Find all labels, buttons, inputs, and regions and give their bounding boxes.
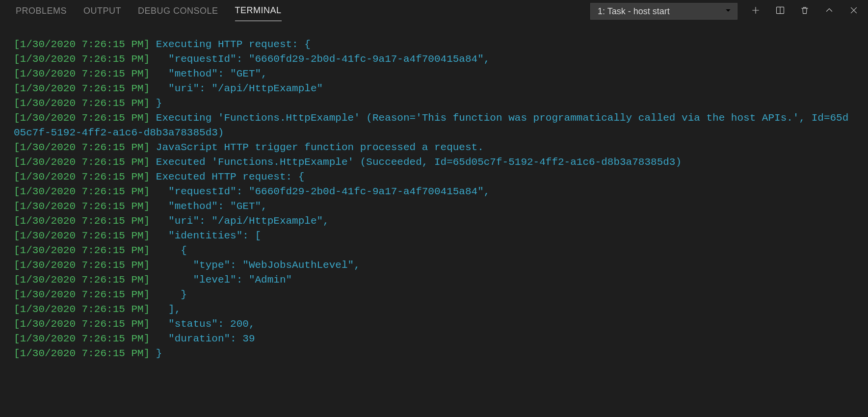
terminal-line: [1/30/2020 7:26:15 PM] Executed HTTP req… (14, 170, 854, 184)
terminal-line: [1/30/2020 7:26:15 PM] "duration": 39 (14, 332, 854, 346)
tab-output[interactable]: OUTPUT (83, 2, 121, 21)
terminal-line: [1/30/2020 7:26:15 PM] "uri": "/api/Http… (14, 81, 854, 96)
terminal-line: [1/30/2020 7:26:15 PM] Executing HTTP re… (14, 37, 854, 52)
terminal-output[interactable]: [1/30/2020 7:26:15 PM] Executing HTTP re… (0, 23, 868, 417)
terminal-line: [1/30/2020 7:26:15 PM] } (14, 287, 854, 302)
tab-terminal[interactable]: TERMINAL (235, 1, 282, 21)
close-panel-button[interactable] (848, 6, 859, 17)
chevron-up-icon (824, 5, 834, 18)
terminal-line: [1/30/2020 7:26:15 PM] "requestId": "666… (14, 184, 854, 199)
panel-tabbar: PROBLEMS OUTPUT DEBUG CONSOLE TERMINAL 1… (0, 0, 868, 23)
terminal-actions (750, 6, 859, 17)
terminal-line: [1/30/2020 7:26:15 PM] "status": 200, (14, 317, 854, 332)
terminal-line: [1/30/2020 7:26:15 PM] { (14, 243, 854, 258)
terminal-line: [1/30/2020 7:26:15 PM] } (14, 96, 854, 111)
panel-tabs: PROBLEMS OUTPUT DEBUG CONSOLE TERMINAL (16, 1, 282, 21)
terminal-line: [1/30/2020 7:26:15 PM] "identities": [ (14, 229, 854, 243)
terminal-line: [1/30/2020 7:26:15 PM] "level": "Admin" (14, 273, 854, 287)
panel-container: PROBLEMS OUTPUT DEBUG CONSOLE TERMINAL 1… (0, 0, 868, 417)
plus-icon (751, 5, 761, 18)
close-icon (849, 5, 859, 18)
terminal-line: [1/30/2020 7:26:15 PM] "uri": "/api/Http… (14, 214, 854, 229)
chevron-down-icon (724, 6, 732, 17)
tab-problems[interactable]: PROBLEMS (16, 2, 67, 21)
trash-icon (800, 5, 810, 18)
tab-debug-console[interactable]: DEBUG CONSOLE (138, 2, 218, 21)
maximize-panel-button[interactable] (824, 6, 835, 17)
terminal-line: [1/30/2020 7:26:15 PM] "requestId": "666… (14, 52, 854, 67)
terminal-line: [1/30/2020 7:26:15 PM] Executing 'Functi… (14, 111, 854, 140)
split-terminal-button[interactable] (775, 6, 786, 17)
terminal-line: [1/30/2020 7:26:15 PM] } (14, 346, 854, 361)
terminal-line: [1/30/2020 7:26:15 PM] "method": "GET", (14, 67, 854, 81)
split-panel-icon (775, 5, 785, 18)
terminal-line: [1/30/2020 7:26:15 PM] Executed 'Functio… (14, 155, 854, 170)
terminal-line: [1/30/2020 7:26:15 PM] ], (14, 302, 854, 317)
terminal-line: [1/30/2020 7:26:15 PM] "method": "GET", (14, 199, 854, 214)
terminal-line: [1/30/2020 7:26:15 PM] JavaScript HTTP t… (14, 140, 854, 155)
new-terminal-button[interactable] (750, 6, 761, 17)
terminal-selector-label: 1: Task - host start (598, 6, 670, 17)
terminal-selector[interactable]: 1: Task - host start (590, 3, 737, 20)
terminal-line: [1/30/2020 7:26:15 PM] "type": "WebJobsA… (14, 258, 854, 273)
kill-terminal-button[interactable] (799, 6, 810, 17)
